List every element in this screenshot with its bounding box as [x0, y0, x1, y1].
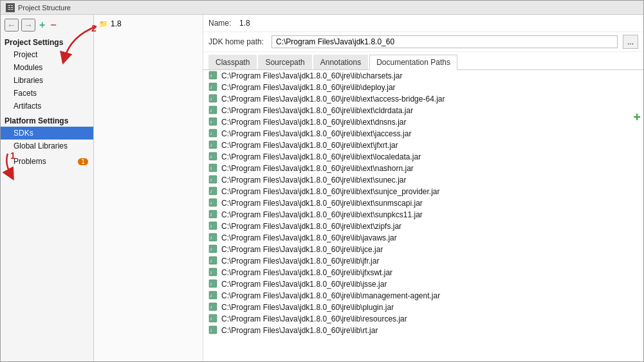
jar-icon: J: [208, 279, 217, 289]
list-item: JC:\Program Files\Java\jdk1.8.0_60\jre\l…: [203, 290, 643, 302]
file-path: C:\Program Files\Java\jdk1.8.0_60\jre\li…: [221, 280, 387, 289]
jar-icon: J: [208, 291, 217, 301]
list-item: JC:\Program Files\Java\jdk1.8.0_60\jre\l…: [203, 93, 643, 105]
jar-icon: J: [208, 314, 217, 324]
name-row: Name: 1.8: [203, 15, 643, 32]
svg-text:J: J: [210, 109, 212, 113]
svg-text:J: J: [210, 329, 212, 332]
sidebar-item-sdks[interactable]: SDKs: [1, 127, 93, 140]
add-sdk-button[interactable]: +: [38, 20, 46, 30]
jdk-row: JDK home path: ...: [203, 32, 643, 52]
list-item: JC:\Program Files\Java\jdk1.8.0_60\jre\l…: [203, 221, 643, 232]
jar-icon: J: [208, 117, 217, 127]
svg-text:J: J: [210, 120, 212, 124]
content-area: ← → + − Project Settings Project Modules…: [1, 15, 643, 361]
remove-sdk-button[interactable]: −: [49, 20, 57, 30]
file-path: C:\Program Files\Java\jdk1.8.0_60\jre\li…: [221, 199, 423, 208]
file-path: C:\Program Files\Java\jdk1.8.0_60\jre\li…: [221, 176, 406, 185]
sidebar-item-facets[interactable]: Facets: [1, 87, 93, 100]
sidebar-item-artifacts[interactable]: Artifacts: [1, 100, 93, 113]
nav-back-button[interactable]: ←: [5, 19, 19, 32]
sidebar: ← → + − Project Settings Project Modules…: [1, 15, 94, 361]
jar-icon: J: [208, 267, 217, 278]
file-path: C:\Program Files\Java\jdk1.8.0_60\jre\li…: [221, 326, 378, 335]
jar-icon: J: [208, 163, 217, 174]
svg-text:J: J: [210, 190, 212, 194]
jar-icon: J: [208, 82, 217, 93]
list-item: JC:\Program Files\Java\jdk1.8.0_60\jre\l…: [203, 186, 643, 197]
svg-text:J: J: [210, 143, 212, 147]
list-item: JC:\Program Files\Java\jdk1.8.0_60\jre\l…: [203, 278, 643, 290]
svg-text:J: J: [210, 201, 212, 205]
svg-text:J: J: [210, 178, 212, 182]
file-path: C:\Program Files\Java\jdk1.8.0_60\jre\li…: [221, 222, 401, 231]
file-path: C:\Program Files\Java\jdk1.8.0_60\jre\li…: [221, 95, 445, 104]
tab-sourcepath[interactable]: Sourcepath: [258, 55, 311, 69]
tab-annotations[interactable]: Annotations: [313, 55, 368, 69]
file-path: C:\Program Files\Java\jdk1.8.0_60\jre\li…: [221, 106, 413, 115]
svg-text:J: J: [210, 282, 212, 286]
list-item: JC:\Program Files\Java\jdk1.8.0_60\jre\l…: [203, 197, 643, 209]
nav-forward-button[interactable]: →: [21, 19, 35, 32]
svg-text:J: J: [210, 271, 212, 275]
svg-text:J: J: [210, 86, 212, 89]
svg-text:J: J: [210, 317, 212, 321]
svg-text:J: J: [210, 224, 212, 228]
jar-icon: J: [208, 175, 217, 185]
sidebar-item-libraries[interactable]: Libraries: [1, 74, 93, 87]
jar-icon: J: [208, 244, 217, 255]
add-file-button[interactable]: +: [633, 110, 641, 125]
name-label: Name:: [208, 19, 234, 28]
list-item: JC:\Program Files\Java\jdk1.8.0_60\jre\l…: [203, 140, 643, 151]
list-item: JC:\Program Files\Java\jdk1.8.0_60\jre\l…: [203, 105, 643, 116]
tab-documentation-paths[interactable]: Documentation Paths: [369, 55, 457, 70]
problems-badge: 1: [78, 158, 88, 165]
file-path: C:\Program Files\Java\jdk1.8.0_60\jre\li…: [221, 314, 407, 323]
jar-icon: J: [208, 105, 217, 116]
list-item: JC:\Program Files\Java\jdk1.8.0_60\jre\l…: [203, 255, 643, 267]
svg-text:J: J: [210, 213, 212, 217]
sidebar-item-project[interactable]: Project: [1, 48, 93, 61]
svg-text:J: J: [210, 259, 212, 263]
sidebar-item-problems[interactable]: Problems 1: [1, 155, 93, 168]
main-window: ☷ Project Structure ← → + − Project Sett…: [0, 0, 644, 362]
sidebar-item-modules[interactable]: Modules: [1, 61, 93, 74]
jdk-path-input[interactable]: [271, 35, 618, 48]
tab-classpath[interactable]: Classpath: [208, 55, 257, 69]
sdk-icon: 📁: [99, 20, 108, 28]
list-item: JC:\Program Files\Java\jdk1.8.0_60\jre\l…: [203, 116, 643, 128]
list-item: JC:\Program Files\Java\jdk1.8.0_60\jre\l…: [203, 163, 643, 174]
tabs-row: Classpath Sourcepath Annotations Documen…: [203, 52, 643, 70]
jdk-label: JDK home path:: [208, 37, 266, 46]
list-item: JC:\Program Files\Java\jdk1.8.0_60\jre\l…: [203, 232, 643, 244]
sidebar-item-global-libraries[interactable]: Global Libraries: [1, 140, 93, 152]
jar-icon: J: [208, 256, 217, 266]
list-item: JC:\Program Files\Java\jdk1.8.0_60\jre\l…: [203, 209, 643, 221]
main-panel: 📁 1.8 Name: 1.8 JDK home path:: [94, 15, 643, 361]
jar-icon: J: [208, 129, 217, 139]
file-path: C:\Program Files\Java\jdk1.8.0_60\jre\li…: [221, 187, 440, 196]
jar-icon: J: [208, 302, 217, 312]
list-item: JC:\Program Files\Java\jdk1.8.0_60\jre\l…: [203, 302, 643, 313]
jar-icon: J: [208, 221, 217, 231]
svg-text:J: J: [210, 294, 212, 298]
file-path: C:\Program Files\Java\jdk1.8.0_60\jre\li…: [221, 291, 440, 300]
jdk-browse-button[interactable]: ...: [623, 35, 638, 49]
jar-icon: J: [208, 325, 217, 336]
svg-text:J: J: [210, 167, 212, 170]
jar-icon: J: [208, 71, 217, 81]
svg-text:J: J: [210, 132, 212, 136]
svg-text:J: J: [210, 236, 212, 240]
file-path: C:\Program Files\Java\jdk1.8.0_60\jre\li…: [221, 152, 421, 161]
platform-settings-header: Platform Settings: [1, 113, 93, 127]
list-item: JC:\Program Files\Java\jdk1.8.0_60\jre\l…: [203, 174, 643, 186]
jar-icon: J: [208, 94, 217, 104]
file-path: C:\Program Files\Java\jdk1.8.0_60\jre\li…: [221, 245, 383, 254]
jar-icon: J: [208, 233, 217, 243]
project-settings-header: Project Settings: [1, 35, 93, 48]
file-path: C:\Program Files\Java\jdk1.8.0_60\jre\li…: [221, 268, 392, 277]
sidebar-toolbar: ← → + −: [1, 17, 93, 33]
sdk-item-1.8[interactable]: 📁 1.8: [94, 17, 203, 30]
list-item: JC:\Program Files\Java\jdk1.8.0_60\jre\l…: [203, 267, 643, 278]
detail-panel: Name: 1.8 JDK home path: ... Classpath: [203, 15, 643, 361]
